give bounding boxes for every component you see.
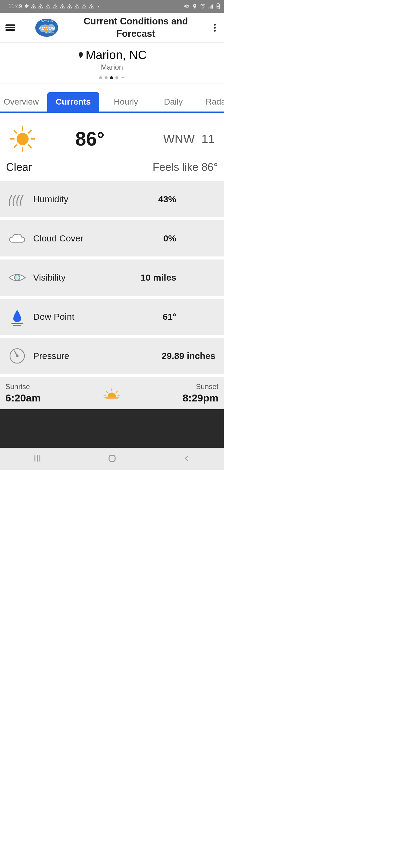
menu-button[interactable] [5,23,15,33]
svg-point-3 [40,7,41,8]
detail-label: Cloud Cover [33,233,84,244]
sunrise-label: Sunrise [5,382,41,391]
sunrise-time: 6:20am [5,392,41,404]
svg-rect-25 [212,4,213,9]
location-icon [192,4,197,9]
nav-home-button[interactable] [107,454,117,464]
tabs: Overview Currents Hourly Daily Radar [0,92,224,113]
tab-overview[interactable]: Overview [0,92,47,112]
warning-icon [53,4,58,9]
condition-text: Clear [6,161,32,174]
svg-point-15 [84,7,84,8]
svg-line-52 [106,391,107,393]
slack-icon: ✱ [24,3,29,10]
svg-point-11 [69,7,70,8]
tab-daily[interactable]: Daily [156,92,191,112]
warning-icon [38,4,43,9]
detail-value: 43% [158,194,218,204]
svg-point-34 [17,133,29,145]
svg-point-17 [91,7,92,8]
warning-icon [81,4,87,9]
tab-radar[interactable]: Radar [197,92,224,112]
wind-direction: WNW [163,132,195,146]
wifi-icon [200,3,206,9]
page-indicator[interactable] [0,76,224,80]
svg-line-53 [116,391,118,393]
svg-line-40 [29,145,31,147]
location-city: Marion, NC [77,48,147,62]
status-icons-right [184,3,220,9]
eye-icon [5,269,29,287]
svg-text:NETWORK: NETWORK [45,32,55,34]
svg-rect-22 [209,7,210,9]
svg-point-13 [76,7,77,8]
location-sub: Marion [0,63,224,71]
detail-row-humidity: Humidity 43% [0,181,224,217]
svg-point-1 [33,7,34,8]
detail-label: Humidity [33,194,68,204]
svg-point-7 [55,7,56,8]
cloud-icon [5,229,29,247]
battery-icon [216,3,220,9]
detail-label: Pressure [33,351,69,361]
sunset-label: Sunset [183,382,218,391]
svg-point-48 [16,355,19,357]
dew-icon [5,308,29,326]
pin-icon [77,51,84,59]
dot-icon: ● [98,5,99,8]
more-options-button[interactable] [211,24,218,32]
detail-value: 10 miles [141,273,218,283]
detail-row-dewpoint: Dew Point 61° [0,299,224,335]
warning-icon [31,4,36,9]
detail-value: 61° [163,312,218,322]
svg-line-42 [29,130,31,133]
ad-placeholder [0,409,224,448]
svg-line-39 [14,130,17,133]
status-time: 11:49 [8,3,22,10]
sunrise-icon [41,387,183,400]
warning-icon [45,4,51,9]
detail-value: 29.89 inches [162,351,218,361]
tab-hourly[interactable]: Hourly [105,92,147,112]
wind: WNW 11 [163,132,218,146]
warning-icon [67,4,72,9]
details-list: Humidity 43% Cloud Cover 0% Visibility 1… [0,181,224,409]
nav-recent-button[interactable] [33,454,41,464]
location-city-text: Marion, NC [86,48,147,62]
warning-icon [60,4,65,9]
detail-row-pressure: Pressure 29.89 inches [0,338,224,374]
warning-icon [74,4,80,9]
feels-like: Feels like 86° [153,161,218,174]
humidity-icon [5,190,29,208]
status-icons-left: ✱ ● [24,3,99,10]
add-location-icon[interactable] [121,76,125,80]
mute-icon [184,3,190,9]
app-header: FOOTHILLS ACTION NETWORK Current Conditi… [0,13,224,43]
sunset-time: 8:29pm [183,392,218,404]
svg-point-21 [202,8,203,8]
nav-bar [0,448,224,470]
detail-row-visibility: Visibility 10 miles [0,259,224,296]
svg-line-41 [14,145,17,147]
svg-text:FOOTHILLS: FOOTHILLS [41,20,53,22]
svg-rect-23 [210,6,210,9]
detail-label: Visibility [33,273,66,283]
svg-point-20 [194,5,195,7]
location-selector[interactable]: Marion, NC Marion [0,43,224,83]
temperature: 86° [75,128,104,150]
svg-point-9 [62,7,63,8]
svg-point-5 [48,7,48,8]
current-conditions: 86° WNW 11 Clear Feels like 86° [0,113,224,181]
nav-back-button[interactable] [183,455,191,464]
svg-point-43 [14,275,20,280]
status-bar: 11:49 ✱ ● [0,0,224,13]
page-title: Current Conditions and Forecast [60,16,211,40]
detail-label: Dew Point [33,312,74,322]
app-logo: FOOTHILLS ACTION NETWORK [33,17,60,38]
detail-value: 0% [163,233,218,244]
svg-rect-24 [211,5,212,9]
tab-currents[interactable]: Currents [47,92,99,112]
svg-rect-27 [218,3,219,4]
pressure-icon [5,347,29,365]
svg-rect-61 [109,456,115,461]
